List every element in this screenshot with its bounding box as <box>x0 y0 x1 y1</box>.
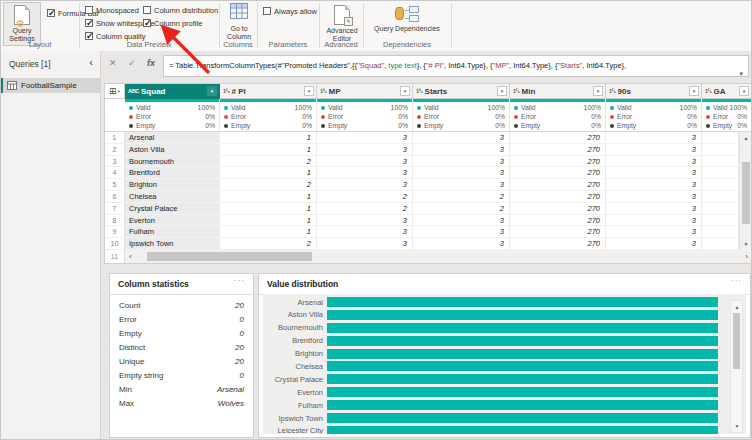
cell[interactable] <box>702 167 739 179</box>
bar[interactable] <box>327 400 718 410</box>
cell[interactable]: 2 <box>413 203 510 215</box>
scroll-down-icon[interactable]: ▼ <box>731 423 743 429</box>
table-row[interactable]: 7Crystal Palace1222703 <box>105 203 752 215</box>
cell[interactable]: Chelsea <box>125 191 220 203</box>
cell[interactable]: 1 <box>220 167 317 179</box>
bar[interactable] <box>327 310 718 320</box>
cell[interactable]: Everton <box>125 215 220 227</box>
advanced-editor-button[interactable]: ✎ Advanced Editor <box>321 3 363 42</box>
cell[interactable]: 3 <box>317 167 413 179</box>
cell[interactable]: Brentford <box>125 167 220 179</box>
cell[interactable]: 3 <box>606 156 702 168</box>
select-all-corner-cell[interactable]: ⊞ ▾ <box>105 84 125 99</box>
cell[interactable] <box>702 179 739 191</box>
collapse-panel-icon[interactable]: ‹ <box>89 57 93 68</box>
cell[interactable]: 2 <box>220 156 317 168</box>
table-row[interactable]: 6Chelsea1222703 <box>105 191 752 203</box>
cell[interactable]: 1 <box>220 226 317 238</box>
filter-dropdown-icon[interactable]: ▾ <box>689 86 699 96</box>
table-row[interactable]: 9Fulham1332703 <box>105 226 752 238</box>
bar[interactable] <box>327 413 718 423</box>
checkbox-monospaced[interactable]: Monospaced <box>85 5 139 15</box>
cell[interactable]: 3 <box>317 226 413 238</box>
cell[interactable]: 3 <box>606 226 702 238</box>
cell[interactable]: 3 <box>413 132 510 144</box>
cell[interactable]: Arsenal <box>125 132 220 144</box>
cell[interactable]: 3 <box>606 215 702 227</box>
cell[interactable]: 3 <box>317 179 413 191</box>
cell[interactable]: 3 <box>317 238 413 250</box>
column-header-starts[interactable]: 1²₃Starts▾ <box>413 84 510 99</box>
scroll-up-icon[interactable]: ▲ <box>731 304 743 310</box>
fx-icon[interactable]: fx <box>147 58 155 68</box>
filter-dropdown-icon[interactable]: ▾ <box>739 86 749 96</box>
bar[interactable] <box>327 387 718 397</box>
bar[interactable] <box>327 349 718 359</box>
commit-formula-icon[interactable]: ✓ <box>128 58 136 68</box>
query-dependencies-button[interactable]: Query Dependencies <box>367 3 447 33</box>
cell[interactable]: 3 <box>413 215 510 227</box>
column-header-90s[interactable]: 1²₃90s▾ <box>606 84 702 99</box>
cell[interactable]: 2 <box>413 191 510 203</box>
cell[interactable]: 3 <box>606 132 702 144</box>
bar[interactable] <box>327 361 718 371</box>
horizontal-scroll-thumb[interactable] <box>147 252 312 261</box>
cell[interactable]: 270 <box>510 179 606 191</box>
cell[interactable]: 3 <box>606 144 702 156</box>
cell[interactable]: Bournemouth <box>125 156 220 168</box>
cell[interactable]: 3 <box>606 238 702 250</box>
cell[interactable]: 1 <box>220 191 317 203</box>
cell[interactable]: Aston Villa <box>125 144 220 156</box>
cell[interactable]: 270 <box>510 156 606 168</box>
cell[interactable]: 270 <box>510 215 606 227</box>
bar[interactable] <box>327 323 718 333</box>
bar[interactable] <box>327 426 718 434</box>
cell[interactable]: 1 <box>220 144 317 156</box>
filter-dropdown-icon[interactable]: ▾ <box>207 86 217 96</box>
cell[interactable]: 3 <box>413 156 510 168</box>
cell[interactable]: 3 <box>317 144 413 156</box>
cell[interactable]: 3 <box>606 203 702 215</box>
table-row[interactable]: 3Bournemouth2332703 <box>105 156 752 168</box>
expand-formula-chevron-icon[interactable]: ▾ <box>739 64 743 77</box>
table-row[interactable]: 1Arsenal1332703 <box>105 132 752 144</box>
formula-input[interactable]: = Table.TransformColumnTypes(#"Promoted … <box>163 55 749 77</box>
go-to-column-button[interactable]: Go to Column <box>221 3 257 40</box>
cell[interactable]: 3 <box>606 179 702 191</box>
scroll-up-icon[interactable]: ▲ <box>740 135 752 141</box>
scroll-left-icon[interactable]: ‹ <box>129 251 132 262</box>
column-header-ga[interactable]: 1²₃GA▾ <box>702 84 752 99</box>
checkbox-column-distribution[interactable]: Column distribution <box>143 5 218 15</box>
table-row[interactable]: 8Everton1332703 <box>105 215 752 227</box>
table-row[interactable]: 5Brighton2332703 <box>105 179 752 191</box>
cell[interactable] <box>702 215 739 227</box>
cancel-formula-icon[interactable]: ✕ <box>109 58 117 68</box>
panel-menu-icon[interactable]: ··· <box>234 276 245 285</box>
cell[interactable]: 3 <box>413 144 510 156</box>
column-header-min[interactable]: 1²₃Min▾ <box>510 84 606 99</box>
column-header-mp[interactable]: 1²₃MP▾ <box>317 84 413 99</box>
cell[interactable]: 3 <box>413 226 510 238</box>
filter-dropdown-icon[interactable]: ▾ <box>304 86 314 96</box>
cell[interactable]: Crystal Palace <box>125 203 220 215</box>
panel-menu-icon[interactable]: ··· <box>731 276 742 285</box>
table-row[interactable]: 10Ipswich Town2332703 <box>105 238 752 250</box>
cell[interactable]: 3 <box>317 156 413 168</box>
cell[interactable]: 270 <box>510 167 606 179</box>
bar[interactable] <box>327 297 718 307</box>
cell[interactable] <box>702 156 739 168</box>
cell[interactable]: 270 <box>510 203 606 215</box>
cell[interactable]: 1 <box>220 203 317 215</box>
cell[interactable]: 3 <box>606 167 702 179</box>
cell[interactable]: Fulham <box>125 226 220 238</box>
cell[interactable]: 270 <box>510 132 606 144</box>
column-header--pl[interactable]: 1²₃# Pl▾ <box>220 84 317 99</box>
cell[interactable]: 3 <box>413 179 510 191</box>
cell[interactable] <box>702 238 739 250</box>
cell[interactable] <box>702 203 739 215</box>
cell[interactable]: 3 <box>413 167 510 179</box>
scroll-down-icon[interactable]: ▼ <box>740 241 752 247</box>
vertical-scrollbar[interactable]: ▲ ▼ <box>739 132 752 250</box>
cell[interactable] <box>702 191 739 203</box>
cell[interactable] <box>702 132 739 144</box>
